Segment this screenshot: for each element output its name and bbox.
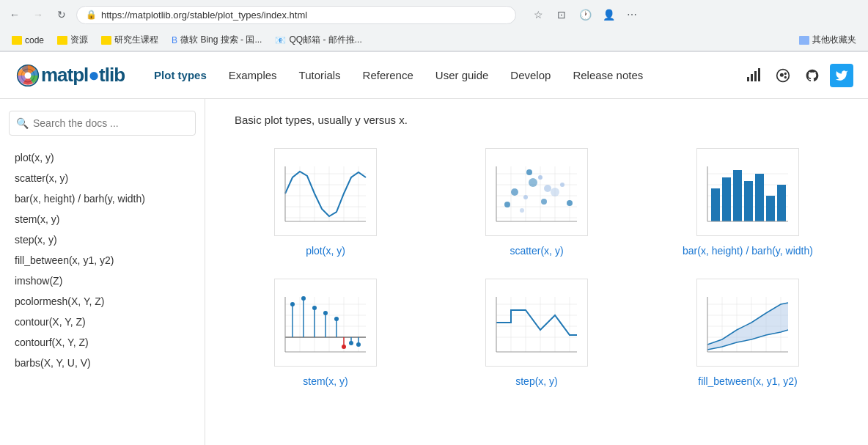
plot-label-step[interactable]: step(x, y) [515, 375, 558, 387]
plot-label-fill[interactable]: fill_between(x, y1, y2) [698, 375, 797, 387]
more-button[interactable]: ⋯ [622, 4, 642, 25]
matplotlib-logo-icon [16, 64, 40, 87]
plot-label-bar[interactable]: bar(x, height) / barh(y, width) [683, 245, 813, 257]
plot-card-fill[interactable]: fill_between(x, y1, y2) [657, 279, 839, 387]
nav-reference[interactable]: Reference [363, 66, 413, 84]
back-button[interactable]: ← [6, 6, 23, 23]
plot-image-stem [274, 279, 377, 367]
svg-point-87 [349, 341, 353, 345]
plot-image-fill [696, 279, 799, 367]
bookmarks-bar: code 资源 研究生课程 B 微软 Bing 搜索 - 国... 📧 QQ邮箱… [0, 29, 868, 51]
svg-point-79 [312, 306, 317, 310]
svg-point-40 [538, 175, 542, 180]
svg-rect-4 [751, 74, 753, 81]
svg-rect-57 [744, 181, 753, 221]
svg-point-45 [567, 200, 573, 206]
site-header-icons [742, 64, 853, 87]
nav-release-notes[interactable]: Release notes [573, 66, 643, 84]
bookmark-qq[interactable]: 📧 QQ邮箱 - 邮件推... [269, 32, 367, 48]
plot-image-scatter [485, 148, 588, 236]
svg-point-39 [526, 169, 532, 175]
svg-rect-3 [747, 77, 749, 81]
plot-card-plot[interactable]: plot(x, y) [235, 148, 416, 257]
sidebar-item-bar[interactable]: bar(x, height) / barh(y, width) [0, 188, 205, 209]
folder-other-icon [799, 36, 809, 45]
svg-point-2 [25, 72, 32, 78]
svg-point-8 [780, 73, 784, 76]
discourse-icon[interactable] [771, 64, 795, 87]
svg-point-89 [356, 342, 361, 347]
plot-label-scatter[interactable]: scatter(x, y) [510, 245, 563, 257]
plot-card-bar[interactable]: bar(x, height) / barh(y, width) [657, 148, 839, 257]
star-button[interactable]: ☆ [528, 4, 548, 25]
svg-rect-5 [754, 71, 757, 81]
plot-label-stem[interactable]: stem(x, y) [303, 375, 347, 387]
svg-point-75 [290, 302, 295, 306]
sidebar-item-barbs[interactable]: barbs(X, Y, U, V) [0, 353, 205, 373]
svg-rect-6 [758, 68, 760, 81]
address-bar[interactable]: 🔒 https://matplotlib.org/stable/plot_typ… [76, 6, 516, 24]
folder-icon [57, 36, 67, 45]
bookmark-bing[interactable]: B 微软 Bing 搜索 - 国... [166, 32, 268, 48]
forward-button[interactable]: → [29, 6, 47, 23]
sidebar-item-step[interactable]: step(x, y) [0, 229, 205, 250]
sidebar-item-scatter[interactable]: scatter(x, y) [0, 168, 205, 188]
main-content: Basic plot types, usually y versus x. [205, 99, 868, 445]
svg-rect-59 [766, 196, 775, 221]
bookmark-resources[interactable]: 资源 [51, 32, 94, 48]
plot-image-line [274, 148, 377, 236]
signal-icon[interactable] [742, 64, 765, 87]
plot-image-step [485, 279, 588, 367]
sidebar: 🔍 plot(x, y) scatter(x, y) bar(x, height… [0, 99, 205, 445]
nav-tutorials[interactable]: Tutorials [299, 66, 341, 84]
nav-plot-types[interactable]: Plot types [154, 66, 207, 84]
svg-point-85 [342, 345, 346, 349]
svg-point-44 [560, 183, 564, 187]
sidebar-item-plot[interactable]: plot(x, y) [0, 147, 205, 168]
bookmark-other[interactable]: 其他收藏夹 [793, 32, 862, 48]
plot-label-plot[interactable]: plot(x, y) [306, 245, 345, 257]
page-container: matpl●tlib Plot types Examples Tutorials… [0, 52, 868, 445]
sidebar-item-imshow[interactable]: imshow(Z) [0, 271, 205, 291]
svg-point-83 [334, 317, 339, 321]
svg-point-38 [529, 178, 537, 187]
nav-develop[interactable]: Develop [510, 66, 551, 84]
svg-point-37 [523, 195, 528, 199]
site-header: matpl●tlib Plot types Examples Tutorials… [0, 52, 868, 99]
nav-examples[interactable]: Examples [229, 66, 277, 84]
sidebar-item-contourf[interactable]: contourf(X, Y, Z) [0, 332, 205, 353]
sidebar-item-pcolormesh[interactable]: pcolormesh(X, Y, Z) [0, 291, 205, 312]
content-intro: Basic plot types, usually y versus x. [235, 114, 839, 126]
bookmark-code[interactable]: code [6, 34, 50, 47]
svg-point-10 [784, 76, 787, 78]
search-icon: 🔍 [16, 117, 29, 129]
plot-card-step[interactable]: step(x, y) [446, 279, 628, 387]
sidebar-item-stem[interactable]: stem(x, y) [0, 209, 205, 229]
github-icon[interactable] [801, 64, 824, 87]
nav-user-guide[interactable]: User guide [435, 66, 489, 84]
sidebar-item-contour[interactable]: contour(X, Y, Z) [0, 312, 205, 332]
sidebar-search-container: 🔍 [9, 111, 196, 136]
account-button[interactable]: 👤 [598, 4, 619, 25]
plot-card-scatter[interactable]: scatter(x, y) [446, 148, 628, 257]
sidebar-item-fill[interactable]: fill_between(x, y1, y2) [0, 250, 205, 271]
folder-icon [101, 36, 111, 45]
history-button[interactable]: 🕐 [575, 4, 595, 25]
svg-rect-54 [711, 188, 720, 221]
url-text: https://matplotlib.org/stable/plot_types… [101, 10, 307, 21]
search-input[interactable] [9, 111, 196, 136]
plot-image-bar [696, 148, 799, 236]
bookmark-research[interactable]: 研究生课程 [95, 32, 164, 48]
svg-point-46 [520, 208, 524, 213]
lock-icon: 🔒 [86, 10, 97, 20]
browser-toolbar: ← → ↻ 🔒 https://matplotlib.org/stable/pl… [0, 0, 868, 29]
twitter-icon[interactable] [830, 64, 853, 87]
svg-point-36 [511, 188, 518, 196]
plot-card-stem[interactable]: stem(x, y) [235, 279, 416, 387]
bookmark-button[interactable]: ⊡ [551, 4, 572, 25]
svg-rect-55 [722, 177, 731, 221]
svg-point-42 [541, 199, 547, 205]
site-logo[interactable]: matpl●tlib [15, 64, 125, 87]
svg-point-41 [544, 185, 551, 192]
refresh-button[interactable]: ↻ [53, 6, 70, 23]
